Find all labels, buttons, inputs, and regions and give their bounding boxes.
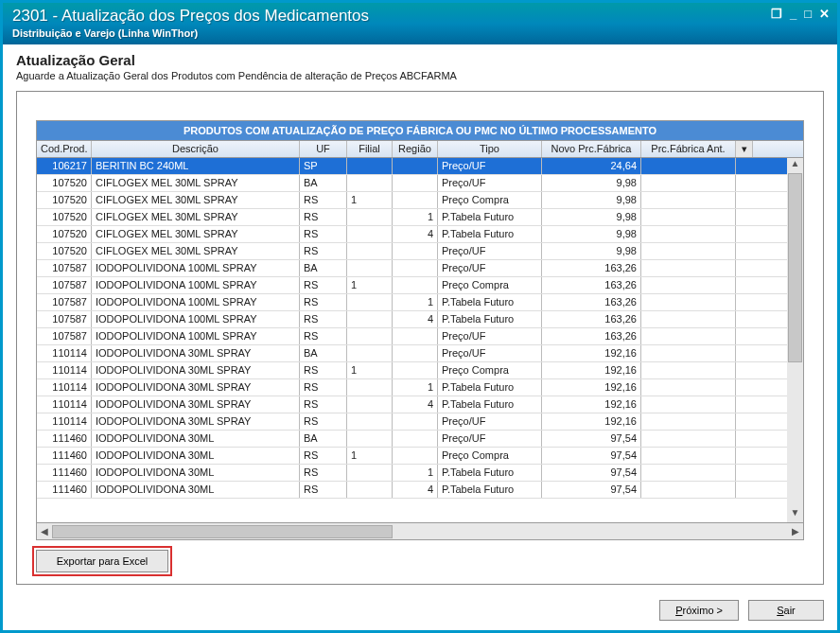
scroll-down-icon[interactable]: ▼: [787, 507, 803, 522]
cell: [641, 328, 736, 344]
cell: 163,26: [542, 294, 641, 310]
cell: RS: [300, 277, 347, 293]
window-title: 2301 - Atualização dos Preços dos Medica…: [12, 7, 828, 26]
hscroll-thumb[interactable]: [52, 525, 393, 538]
col-header-cod[interactable]: Cod.Prod.: [37, 141, 92, 157]
section-title: Atualização Geral: [16, 52, 824, 68]
cell: 97,54: [542, 482, 641, 498]
col-header-tipo[interactable]: Tipo: [438, 141, 542, 157]
cell: P.Tabela Futuro: [438, 465, 542, 481]
table-row[interactable]: 111460IODOPOLIVIDONA 30MLRS1Preço Compra…: [37, 448, 803, 465]
cell: 4: [393, 396, 438, 413]
cell: 4: [393, 482, 438, 498]
data-grid[interactable]: Cod.Prod. Descrição UF Filial Região Tip…: [36, 140, 804, 540]
cell: [347, 431, 393, 447]
cell: Preço/UF: [438, 260, 542, 276]
cell: BA: [300, 431, 347, 447]
col-header-uf[interactable]: UF: [300, 141, 347, 157]
scroll-left-icon[interactable]: ◀: [37, 526, 52, 536]
cell: [393, 328, 438, 344]
col-header-regiao[interactable]: Região: [393, 141, 438, 157]
col-header-novo[interactable]: Novo Prc.Fábrica: [542, 141, 641, 157]
scroll-thumb[interactable]: [788, 173, 802, 362]
cell: 163,26: [542, 311, 641, 327]
col-header-desc[interactable]: Descrição: [92, 141, 300, 157]
table-row[interactable]: 110114IODOPOLIVIDONA 30ML SPRAYRS1Preço …: [37, 362, 803, 379]
table-row[interactable]: 107520CIFLOGEX MEL 30ML SPRAYBAPreço/UF9…: [37, 175, 803, 192]
cell: 110114: [37, 396, 92, 413]
cell: [347, 260, 393, 276]
cell: CIFLOGEX MEL 30ML SPRAY: [92, 243, 300, 259]
table-row[interactable]: 107520CIFLOGEX MEL 30ML SPRAYRS1Preço Co…: [37, 192, 803, 209]
cell: 4: [393, 311, 438, 327]
cell: IODOPOLIVIDONA 30ML SPRAY: [92, 345, 300, 361]
cell: 24,64: [542, 158, 641, 174]
horizontal-scrollbar[interactable]: ◀ ▶: [37, 522, 803, 539]
table-row[interactable]: 111460IODOPOLIVIDONA 30MLRS1P.Tabela Fut…: [37, 465, 803, 482]
minimize-icon[interactable]: _: [790, 7, 796, 21]
cell: [393, 260, 438, 276]
cell: RS: [300, 379, 347, 396]
close-icon[interactable]: ✕: [819, 7, 830, 21]
scroll-up-icon[interactable]: ▲: [787, 158, 803, 173]
grid-body: ▲ ▼ 106217BERITIN BC 240MLSPPreço/UF24,6…: [37, 158, 803, 522]
cell: [347, 311, 393, 327]
table-row[interactable]: 107587IODOPOLIVIDONA 100ML SPRAYRS1Preço…: [37, 277, 803, 294]
cell: RS: [300, 413, 347, 430]
cell: 9,98: [542, 175, 641, 191]
maximize-icon[interactable]: □: [804, 7, 812, 21]
cell: IODOPOLIVIDONA 100ML SPRAY: [92, 328, 300, 344]
cell: RS: [300, 448, 347, 464]
restore-icon[interactable]: ❐: [771, 7, 782, 21]
cell: 9,98: [542, 192, 641, 208]
table-row[interactable]: 107587IODOPOLIVIDONA 100ML SPRAYRSPreço/…: [37, 328, 803, 345]
table-row[interactable]: 111460IODOPOLIVIDONA 30MLRS4P.Tabela Fut…: [37, 482, 803, 499]
cell: RS: [300, 209, 347, 225]
cell: [641, 311, 736, 327]
cell: 110114: [37, 413, 92, 430]
table-row[interactable]: 107520CIFLOGEX MEL 30ML SPRAYRS4P.Tabela…: [37, 226, 803, 243]
exit-button[interactable]: Sair: [748, 600, 824, 621]
scroll-right-icon[interactable]: ▶: [788, 526, 803, 536]
cell: 192,16: [542, 396, 641, 413]
col-header-ant[interactable]: Prc.Fábrica Ant.: [641, 141, 736, 157]
table-row[interactable]: 107587IODOPOLIVIDONA 100ML SPRAYRS4P.Tab…: [37, 311, 803, 328]
table-row[interactable]: 110114IODOPOLIVIDONA 30ML SPRAYRSPreço/U…: [37, 413, 803, 431]
cell: RS: [300, 226, 347, 242]
table-row[interactable]: 110114IODOPOLIVIDONA 30ML SPRAYBAPreço/U…: [37, 345, 803, 362]
cell: SP: [300, 158, 347, 174]
col-header-filial[interactable]: Filial: [347, 141, 393, 157]
cell: Preço/UF: [438, 243, 542, 259]
cell: [347, 465, 393, 481]
cell: 111460: [37, 465, 92, 481]
export-excel-button[interactable]: Exportar para Excel: [36, 550, 168, 572]
cell: [641, 277, 736, 293]
cell: IODOPOLIVIDONA 30ML: [92, 448, 300, 464]
cell: 192,16: [542, 413, 641, 430]
scroll-track[interactable]: [787, 173, 803, 507]
table-row[interactable]: 110114IODOPOLIVIDONA 30ML SPRAYRS1P.Tabe…: [37, 379, 803, 396]
cell: IODOPOLIVIDONA 100ML SPRAY: [92, 277, 300, 293]
next-button[interactable]: Próximo >: [659, 600, 739, 621]
window-subtitle: Distribuição e Varejo (Linha WinThor): [12, 27, 828, 39]
cell: [393, 192, 438, 208]
cell: [347, 482, 393, 498]
cell: 111460: [37, 482, 92, 498]
cell: P.Tabela Futuro: [438, 226, 542, 242]
table-row[interactable]: 107520CIFLOGEX MEL 30ML SPRAYRSPreço/UF9…: [37, 243, 803, 260]
vertical-scrollbar[interactable]: ▲ ▼: [787, 158, 803, 522]
table-row[interactable]: 107587IODOPOLIVIDONA 100ML SPRAYBAPreço/…: [37, 260, 803, 277]
cell: [393, 243, 438, 259]
table-row[interactable]: 107587IODOPOLIVIDONA 100ML SPRAYRS1P.Tab…: [37, 294, 803, 311]
cell: 97,54: [542, 465, 641, 481]
cell: 192,16: [542, 362, 641, 378]
table-row[interactable]: 107520CIFLOGEX MEL 30ML SPRAYRS1P.Tabela…: [37, 209, 803, 226]
table-row[interactable]: 106217BERITIN BC 240MLSPPreço/UF24,64: [37, 158, 803, 175]
table-row[interactable]: 111460IODOPOLIVIDONA 30MLBAPreço/UF97,54: [37, 431, 803, 448]
cell: [347, 379, 393, 396]
cell: CIFLOGEX MEL 30ML SPRAY: [92, 192, 300, 208]
cell: [393, 448, 438, 464]
table-row[interactable]: 110114IODOPOLIVIDONA 30ML SPRAYRS4P.Tabe…: [37, 396, 803, 413]
cell: IODOPOLIVIDONA 30ML SPRAY: [92, 396, 300, 413]
cell: IODOPOLIVIDONA 30ML SPRAY: [92, 413, 300, 430]
